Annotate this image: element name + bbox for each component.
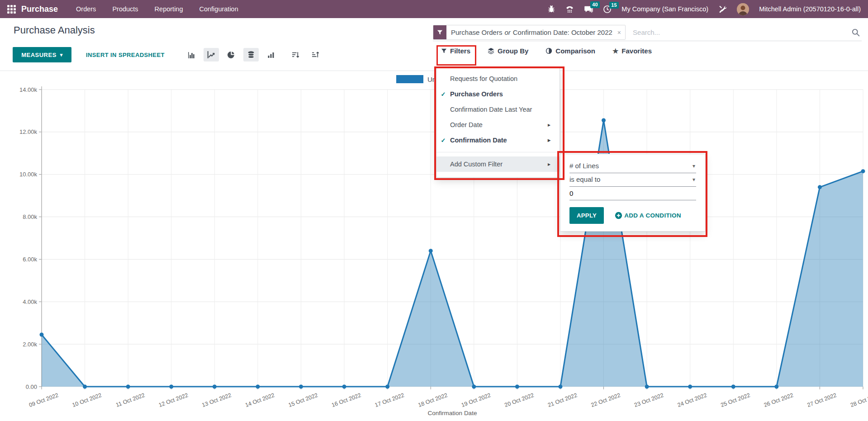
x-tick-label: 27 Oct 2022 <box>806 392 838 408</box>
data-point[interactable] <box>429 249 433 253</box>
x-tick-label: 19 Oct 2022 <box>460 392 492 408</box>
caret-down-icon: ▾ <box>693 176 695 183</box>
facet-part2: Confirmation Date: October 2022 <box>513 28 612 36</box>
y-tick-label: 2.00k <box>23 341 37 348</box>
stacked-icon[interactable] <box>243 48 259 61</box>
measures-button[interactable]: MEASURES ▾ <box>13 47 71 62</box>
bug-icon[interactable] <box>547 5 555 13</box>
x-tick-label: 12 Oct 2022 <box>158 392 189 408</box>
pie-chart-icon[interactable] <box>223 48 239 61</box>
phone-icon[interactable] <box>565 5 574 14</box>
caret-down-icon: ▾ <box>693 163 695 169</box>
purchase-analysis-screen: Purchase OrdersProductsReportingConfigur… <box>0 0 868 421</box>
menu-item-label: Confirmation Date Last Year <box>450 106 548 113</box>
caret-down-icon: ▾ <box>60 52 63 58</box>
favorites-button[interactable]: ★ Favorites <box>612 47 652 55</box>
sort-asc-icon[interactable] <box>308 48 323 61</box>
sort-desc-icon[interactable] <box>288 48 303 61</box>
add-condition-button[interactable]: ADD A CONDITION <box>612 211 684 220</box>
data-point[interactable] <box>40 333 44 337</box>
data-point[interactable] <box>83 385 87 389</box>
activities-icon[interactable]: 15 <box>603 5 612 14</box>
search-facet: Purchase Orders or Confirmation Date: Oc… <box>433 25 626 40</box>
navbar-item-reporting[interactable]: Reporting <box>155 5 183 13</box>
filters-dropdown-menu: Requests for Quotation✓Purchase OrdersCo… <box>436 68 560 178</box>
y-tick-label: 8.00k <box>23 213 37 220</box>
user-menu[interactable]: Mitchell Admin (20570120-16-0-all) <box>759 5 861 13</box>
avatar[interactable] <box>737 3 749 15</box>
line-chart-icon[interactable] <box>204 48 219 61</box>
navbar-left: Purchase OrdersProductsReportingConfigur… <box>0 5 238 14</box>
submenu-arrow-icon: ▸ <box>548 137 560 143</box>
data-point[interactable] <box>818 185 822 189</box>
cumulative-icon[interactable] <box>263 48 279 61</box>
apps-grid-icon[interactable] <box>7 5 16 14</box>
tools-icon[interactable] <box>718 5 727 14</box>
apply-button[interactable]: APPLY <box>569 207 604 224</box>
company-switcher[interactable]: My Company (San Francisco) <box>621 5 708 13</box>
data-point[interactable] <box>169 385 173 389</box>
data-point[interactable] <box>645 385 649 389</box>
data-point[interactable] <box>256 385 260 389</box>
search-bar: Purchase Orders or Confirmation Date: Oc… <box>433 24 862 41</box>
plus-circle-icon <box>615 212 622 219</box>
favorites-label: Favorites <box>621 47 652 55</box>
data-point[interactable] <box>342 385 346 389</box>
insert-in-spreadsheet-button[interactable]: INSERT IN SPREADSHEET <box>83 47 167 62</box>
menu-item-label: Add Custom Filter <box>450 161 548 168</box>
search-input[interactable] <box>632 28 845 37</box>
data-point[interactable] <box>126 385 130 389</box>
data-point[interactable] <box>515 385 519 389</box>
data-point[interactable] <box>299 385 303 389</box>
messages-icon[interactable]: 40 <box>584 5 593 14</box>
navbar-item-configuration[interactable]: Configuration <box>199 5 238 13</box>
x-tick-label: 13 Oct 2022 <box>201 392 232 408</box>
facet-remove-icon[interactable]: × <box>616 25 625 39</box>
top-navbar: Purchase OrdersProductsReportingConfigur… <box>0 0 868 18</box>
data-point[interactable] <box>385 385 389 389</box>
y-tick-label: 14.00k <box>19 86 38 93</box>
custom-filter-buttons: APPLY ADD A CONDITION <box>569 207 696 224</box>
filters-menu-item-confirmation-date-last-year[interactable]: Confirmation Date Last Year <box>436 102 560 117</box>
messages-badge: 40 <box>590 1 599 8</box>
group-by-label: Group By <box>498 47 528 55</box>
data-point[interactable] <box>213 385 217 389</box>
navbar-item-orders[interactable]: Orders <box>76 5 96 13</box>
data-point[interactable] <box>558 385 562 389</box>
menu-separator <box>436 152 560 152</box>
filters-button[interactable]: Filters <box>441 47 470 55</box>
bar-chart-icon[interactable] <box>184 48 199 61</box>
data-point[interactable] <box>774 385 778 389</box>
x-tick-label: 23 Oct 2022 <box>633 392 664 408</box>
star-icon: ★ <box>612 47 618 54</box>
navbar-item-products[interactable]: Products <box>112 5 138 13</box>
activities-badge: 15 <box>609 2 618 9</box>
data-point[interactable] <box>861 169 865 173</box>
filters-menu-item-order-date[interactable]: Order Date▸ <box>436 117 560 132</box>
data-point[interactable] <box>731 385 735 389</box>
search-buttons-row: Filters Group By Comparison ★ Favorites <box>441 47 652 55</box>
field-select[interactable]: # of Lines ▾ <box>569 160 696 173</box>
filters-menu-item-requests-for-quotation[interactable]: Requests for Quotation <box>436 71 560 86</box>
value-input[interactable] <box>569 187 696 200</box>
operator-select[interactable]: is equal to ▾ <box>569 173 696 187</box>
filters-menu-item-confirmation-date[interactable]: ✓Confirmation Date▸ <box>436 132 560 148</box>
search-icon[interactable] <box>852 28 862 37</box>
app-name[interactable]: Purchase <box>21 5 58 14</box>
control-panel: Purchase Analysis MEASURES ▾ INSERT IN S… <box>0 18 868 71</box>
check-icon: ✓ <box>436 91 450 98</box>
filters-menu-item-add-custom-filter[interactable]: Add Custom Filter▸ <box>436 156 560 172</box>
y-tick-label: 0.00 <box>26 383 37 390</box>
menu-item-label: Confirmation Date <box>450 137 548 144</box>
group-by-button[interactable]: Group By <box>488 47 528 55</box>
data-point[interactable] <box>472 385 476 389</box>
comparison-button[interactable]: Comparison <box>545 47 595 55</box>
x-tick-label: 26 Oct 2022 <box>763 392 794 408</box>
operator-select-value: is equal to <box>569 175 600 183</box>
legend-swatch <box>396 75 423 83</box>
filters-menu-item-purchase-orders[interactable]: ✓Purchase Orders <box>436 86 560 102</box>
data-point[interactable] <box>602 118 606 123</box>
submenu-arrow-icon: ▸ <box>548 161 560 167</box>
x-tick-label: 15 Oct 2022 <box>288 392 319 408</box>
data-point[interactable] <box>688 385 692 389</box>
